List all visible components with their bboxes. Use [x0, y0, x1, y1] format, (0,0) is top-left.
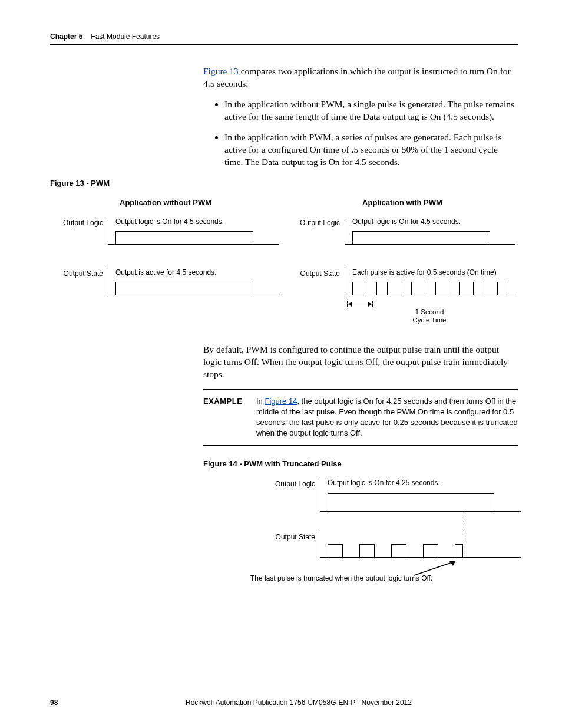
cycle-time-annotation: 1 Second Cycle Time [347, 301, 512, 325]
fig13-right-state-row: Output State Each pulse is active for 0.… [293, 268, 512, 295]
svg-marker-1 [449, 561, 455, 566]
header-rule [50, 44, 518, 45]
default-pwm-paragraph: By default, PWM is configured to continu… [203, 344, 518, 381]
fig13-right-logic-wave: Output logic is On for 4.5 seconds. [345, 218, 512, 245]
svg-line-0 [414, 561, 455, 575]
pulse-icon [328, 544, 343, 558]
fig14-state-wave [320, 532, 518, 558]
pulse-train-icon [328, 544, 514, 558]
para2-text: By default, PWM is configured to continu… [203, 344, 518, 381]
fig14-logic-wave: Output logic is On for 4.25 seconds. [320, 479, 518, 512]
baseline-icon [108, 295, 279, 295]
single-pulse-icon [352, 231, 490, 245]
bullet-item: In the application with PWM, a series of… [224, 131, 518, 169]
fig13-left-logic-row: Output Logic Output logic is On for 4.5 … [56, 218, 275, 245]
figure-14: Output Logic Output logic is On for 4.25… [268, 479, 518, 582]
publication-info: Rockwell Automation Publication 1756-UM0… [186, 699, 518, 707]
page-header: Chapter 5 Fast Module Features [50, 32, 518, 41]
fig14-state-container: Output State [268, 532, 518, 558]
example-text: In Figure 14, the output logic is On for… [256, 396, 518, 439]
pulse-icon [352, 282, 363, 295]
figure-13-link[interactable]: Figure 13 [203, 66, 239, 76]
figure-14-link[interactable]: Figure 14 [265, 397, 297, 406]
fig13-right-state-desc: Each pulse is active for 0.5 seconds (On… [352, 268, 512, 276]
example-box: EXAMPLE In Figure 14, the output logic i… [203, 389, 518, 446]
fig13-right-state-wave: Each pulse is active for 0.5 seconds (On… [345, 268, 512, 295]
pulse-icon [473, 282, 484, 295]
figure-14-caption: Figure 14 - PWM with Truncated Pulse [203, 459, 518, 468]
pulse-icon [449, 282, 460, 295]
pulse-train-icon [352, 282, 508, 295]
pulse-icon [423, 544, 438, 558]
single-pulse-icon [328, 493, 494, 512]
figure-13-right: Application with PWM Output Logic Output… [293, 198, 512, 322]
double-arrow-icon [347, 301, 373, 307]
intro-rest: compares two applications in which the o… [203, 66, 511, 88]
fig13-left-state-desc: Output is active for 4.5 seconds. [115, 268, 275, 276]
single-pulse-icon [115, 282, 253, 295]
fig14-state-row: Output State [268, 532, 518, 558]
pulse-icon [425, 282, 436, 295]
pulse-icon [376, 282, 388, 295]
pulse-icon [497, 282, 508, 295]
fig13-right-logic-row: Output Logic Output logic is On for 4.5 … [293, 218, 512, 245]
pulse-icon [359, 544, 375, 558]
chapter-label: Chapter 5 [50, 32, 82, 41]
baseline-icon [345, 244, 515, 245]
baseline-icon [345, 295, 515, 295]
arrow-icon [409, 558, 480, 578]
truncated-pulse-icon [455, 544, 463, 558]
bullet-item: In the application without PWM, a single… [224, 98, 518, 123]
example-pre: In [256, 397, 265, 406]
truncation-note: The last pulse is truncated when the out… [250, 574, 432, 582]
cycle-line2: Cycle Time [347, 317, 512, 325]
page-number: 98 [50, 699, 186, 707]
baseline-icon [108, 244, 279, 245]
example-label: EXAMPLE [203, 396, 256, 439]
fig13-left-logic-wave: Output logic is On for 4.5 seconds. [108, 218, 275, 245]
fig13-left-state-row: Output State Output is active for 4.5 se… [56, 268, 275, 295]
pulse-icon [391, 544, 406, 558]
bullet-list: In the application without PWM, a single… [203, 98, 518, 169]
output-logic-label: Output Logic [56, 218, 108, 227]
output-state-label: Output State [293, 268, 345, 278]
truncation-note-row: The last pulse is truncated when the out… [250, 574, 518, 582]
intro-paragraph: Figure 13 compares two applications in w… [203, 65, 518, 168]
fig13-left-state-wave: Output is active for 4.5 seconds. [108, 268, 275, 295]
pulse-icon [401, 282, 412, 295]
fig13-right-logic-desc: Output logic is On for 4.5 seconds. [352, 218, 512, 226]
output-logic-label: Output Logic [268, 479, 320, 488]
single-pulse-icon [115, 231, 253, 245]
cycle-line1: 1 Second [347, 308, 512, 317]
figure-13-left: Application without PWM Output Logic Out… [56, 198, 275, 322]
chapter-title: Fast Module Features [91, 32, 160, 41]
output-logic-label: Output Logic [293, 218, 345, 227]
figure-13-caption: Figure 13 - PWM [50, 179, 518, 187]
fig13-right-title: Application with PWM [293, 198, 512, 207]
output-state-label: Output State [56, 268, 108, 278]
fig13-left-logic-desc: Output logic is On for 4.5 seconds. [115, 218, 275, 226]
figure-13: Application without PWM Output Logic Out… [56, 198, 512, 322]
fig14-logic-row: Output Logic Output logic is On for 4.25… [268, 479, 518, 512]
output-state-label: Output State [268, 532, 320, 541]
page: Chapter 5 Fast Module Features Figure 13… [0, 0, 562, 728]
page-footer: 98 Rockwell Automation Publication 1756-… [50, 699, 518, 707]
fig13-left-title: Application without PWM [56, 198, 275, 207]
baseline-icon [320, 511, 521, 512]
fig14-logic-desc: Output logic is On for 4.25 seconds. [328, 479, 518, 487]
